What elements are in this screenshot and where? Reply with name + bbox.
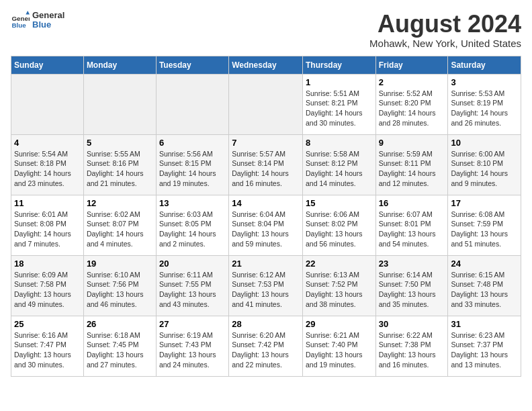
- calendar-cell: 28Sunrise: 6:20 AM Sunset: 7:42 PM Dayli…: [229, 316, 303, 376]
- day-info: Sunrise: 6:07 AM Sunset: 8:01 PM Dayligh…: [379, 210, 445, 249]
- day-info: Sunrise: 5:58 AM Sunset: 8:12 PM Dayligh…: [306, 149, 373, 189]
- day-info: Sunrise: 6:09 AM Sunset: 7:58 PM Dayligh…: [14, 270, 81, 310]
- day-header-tuesday: Tuesday: [156, 56, 228, 74]
- day-info: Sunrise: 6:16 AM Sunset: 7:47 PM Dayligh…: [14, 330, 81, 370]
- day-number: 19: [87, 259, 153, 269]
- day-number: 26: [87, 319, 153, 329]
- day-number: 23: [379, 259, 445, 269]
- calendar-cell: 12Sunrise: 6:02 AM Sunset: 8:07 PM Dayli…: [83, 195, 156, 255]
- calendar-cell: [83, 74, 156, 134]
- day-number: 8: [306, 138, 373, 148]
- calendar-cell: 4Sunrise: 5:54 AM Sunset: 8:18 PM Daylig…: [11, 134, 84, 195]
- calendar-cell: 19Sunrise: 6:10 AM Sunset: 7:56 PM Dayli…: [83, 255, 156, 316]
- svg-text:Blue: Blue: [11, 21, 26, 29]
- day-info: Sunrise: 5:53 AM Sunset: 8:19 PM Dayligh…: [451, 89, 518, 128]
- week-row-5: 25Sunrise: 6:16 AM Sunset: 7:47 PM Dayli…: [11, 316, 521, 376]
- calendar-cell: 14Sunrise: 6:04 AM Sunset: 8:04 PM Dayli…: [229, 195, 303, 255]
- day-info: Sunrise: 6:03 AM Sunset: 8:05 PM Dayligh…: [159, 210, 226, 249]
- day-number: 7: [232, 138, 300, 148]
- calendar-cell: 18Sunrise: 6:09 AM Sunset: 7:58 PM Dayli…: [11, 255, 84, 316]
- logo-line2: Blue: [32, 20, 64, 30]
- day-info: Sunrise: 6:00 AM Sunset: 8:10 PM Dayligh…: [451, 149, 518, 189]
- day-number: 18: [14, 259, 81, 269]
- logo-line1: General: [32, 11, 64, 20]
- day-number: 2: [379, 77, 445, 87]
- day-number: 6: [159, 138, 226, 148]
- page-header: General Blue General Blue August 2024 Mo…: [11, 11, 521, 49]
- calendar-cell: 6Sunrise: 5:56 AM Sunset: 8:15 PM Daylig…: [156, 134, 228, 195]
- day-header-sunday: Sunday: [11, 56, 84, 74]
- calendar-cell: 10Sunrise: 6:00 AM Sunset: 8:10 PM Dayli…: [448, 134, 521, 195]
- day-info: Sunrise: 6:01 AM Sunset: 8:08 PM Dayligh…: [14, 210, 81, 249]
- day-number: 27: [159, 319, 226, 329]
- day-number: 12: [87, 198, 153, 208]
- calendar-cell: 29Sunrise: 6:21 AM Sunset: 7:40 PM Dayli…: [302, 316, 375, 376]
- day-number: 1: [306, 77, 373, 87]
- calendar-cell: 17Sunrise: 6:08 AM Sunset: 7:59 PM Dayli…: [448, 195, 521, 255]
- calendar-cell: 13Sunrise: 6:03 AM Sunset: 8:05 PM Dayli…: [156, 195, 228, 255]
- calendar-cell: 31Sunrise: 6:23 AM Sunset: 7:37 PM Dayli…: [448, 316, 521, 376]
- day-info: Sunrise: 6:11 AM Sunset: 7:55 PM Dayligh…: [159, 270, 226, 310]
- day-number: 11: [14, 198, 81, 208]
- day-info: Sunrise: 6:19 AM Sunset: 7:43 PM Dayligh…: [159, 330, 226, 370]
- calendar-cell: 15Sunrise: 6:06 AM Sunset: 8:02 PM Dayli…: [302, 195, 375, 255]
- day-info: Sunrise: 5:56 AM Sunset: 8:15 PM Dayligh…: [159, 149, 226, 189]
- day-info: Sunrise: 6:08 AM Sunset: 7:59 PM Dayligh…: [451, 210, 518, 249]
- day-info: Sunrise: 6:15 AM Sunset: 7:48 PM Dayligh…: [451, 270, 518, 310]
- day-info: Sunrise: 6:21 AM Sunset: 7:40 PM Dayligh…: [306, 330, 373, 370]
- calendar-cell: 11Sunrise: 6:01 AM Sunset: 8:08 PM Dayli…: [11, 195, 84, 255]
- week-row-4: 18Sunrise: 6:09 AM Sunset: 7:58 PM Dayli…: [11, 255, 521, 316]
- day-number: 14: [232, 198, 300, 208]
- day-header-saturday: Saturday: [448, 56, 521, 74]
- day-info: Sunrise: 5:57 AM Sunset: 8:14 PM Dayligh…: [232, 149, 300, 189]
- calendar-cell: [156, 74, 228, 134]
- day-info: Sunrise: 5:54 AM Sunset: 8:18 PM Dayligh…: [14, 149, 81, 189]
- day-number: 25: [14, 319, 81, 329]
- calendar-cell: 16Sunrise: 6:07 AM Sunset: 8:01 PM Dayli…: [375, 195, 448, 255]
- subtitle: Mohawk, New York, United States: [369, 38, 521, 49]
- day-header-friday: Friday: [375, 56, 448, 74]
- title-block: August 2024 Mohawk, New York, United Sta…: [369, 11, 521, 49]
- day-number: 10: [451, 138, 518, 148]
- day-header-monday: Monday: [83, 56, 156, 74]
- week-row-2: 4Sunrise: 5:54 AM Sunset: 8:18 PM Daylig…: [11, 134, 521, 195]
- calendar-cell: 24Sunrise: 6:15 AM Sunset: 7:48 PM Dayli…: [448, 255, 521, 316]
- day-info: Sunrise: 6:10 AM Sunset: 7:56 PM Dayligh…: [87, 270, 153, 310]
- day-number: 15: [306, 198, 373, 208]
- day-info: Sunrise: 6:22 AM Sunset: 7:38 PM Dayligh…: [379, 330, 445, 370]
- calendar-cell: 9Sunrise: 5:59 AM Sunset: 8:11 PM Daylig…: [375, 134, 448, 195]
- day-number: 20: [159, 259, 226, 269]
- week-row-1: 1Sunrise: 5:51 AM Sunset: 8:21 PM Daylig…: [11, 74, 521, 134]
- day-number: 30: [379, 319, 445, 329]
- calendar-table: SundayMondayTuesdayWednesdayThursdayFrid…: [11, 56, 521, 377]
- calendar-cell: [11, 74, 84, 134]
- calendar-cell: 20Sunrise: 6:11 AM Sunset: 7:55 PM Dayli…: [156, 255, 228, 316]
- day-header-wednesday: Wednesday: [229, 56, 303, 74]
- calendar-cell: 2Sunrise: 5:52 AM Sunset: 8:20 PM Daylig…: [375, 74, 448, 134]
- day-info: Sunrise: 5:55 AM Sunset: 8:16 PM Dayligh…: [87, 149, 153, 189]
- week-row-3: 11Sunrise: 6:01 AM Sunset: 8:08 PM Dayli…: [11, 195, 521, 255]
- day-info: Sunrise: 5:59 AM Sunset: 8:11 PM Dayligh…: [379, 149, 445, 189]
- day-number: 31: [451, 319, 518, 329]
- calendar-cell: 1Sunrise: 5:51 AM Sunset: 8:21 PM Daylig…: [302, 74, 375, 134]
- day-number: 29: [306, 319, 373, 329]
- day-info: Sunrise: 6:13 AM Sunset: 7:52 PM Dayligh…: [306, 270, 373, 310]
- day-number: 13: [159, 198, 226, 208]
- day-number: 22: [306, 259, 373, 269]
- day-number: 5: [87, 138, 153, 148]
- day-number: 17: [451, 198, 518, 208]
- day-info: Sunrise: 6:02 AM Sunset: 8:07 PM Dayligh…: [87, 210, 153, 249]
- calendar-cell: 25Sunrise: 6:16 AM Sunset: 7:47 PM Dayli…: [11, 316, 84, 376]
- day-header-thursday: Thursday: [302, 56, 375, 74]
- day-number: 16: [379, 198, 445, 208]
- calendar-cell: 5Sunrise: 5:55 AM Sunset: 8:16 PM Daylig…: [83, 134, 156, 195]
- day-number: 4: [14, 138, 81, 148]
- day-info: Sunrise: 6:06 AM Sunset: 8:02 PM Dayligh…: [306, 210, 373, 249]
- day-info: Sunrise: 6:12 AM Sunset: 7:53 PM Dayligh…: [232, 270, 300, 310]
- day-number: 9: [379, 138, 445, 148]
- calendar-cell: 27Sunrise: 6:19 AM Sunset: 7:43 PM Dayli…: [156, 316, 228, 376]
- calendar-cell: 3Sunrise: 5:53 AM Sunset: 8:19 PM Daylig…: [448, 74, 521, 134]
- logo-icon: General Blue: [11, 11, 30, 30]
- day-number: 28: [232, 319, 300, 329]
- day-number: 21: [232, 259, 300, 269]
